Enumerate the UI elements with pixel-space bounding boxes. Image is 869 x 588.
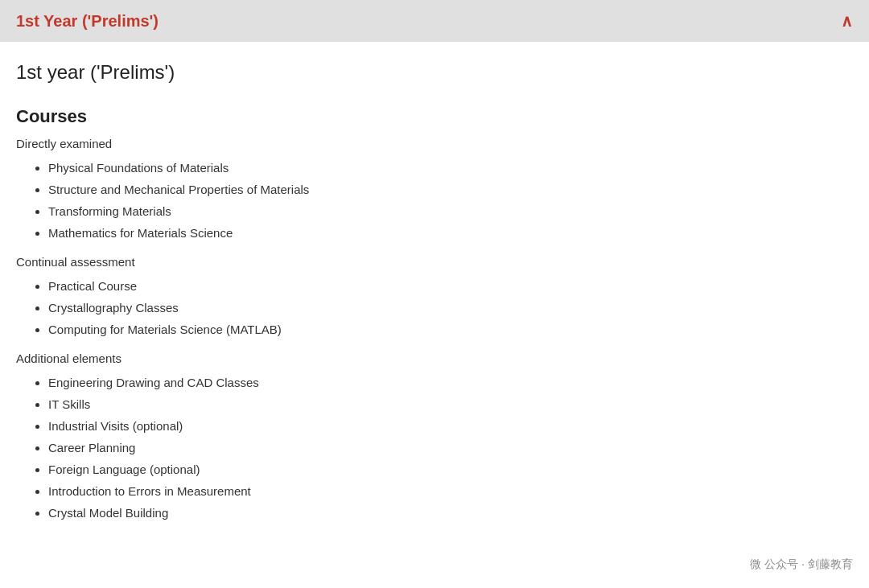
- continual-assessment-list: Practical Course Crystallography Classes…: [16, 275, 853, 340]
- list-item: Engineering Drawing and CAD Classes: [48, 372, 853, 393]
- list-item: Transforming Materials: [48, 200, 853, 222]
- year-title: 1st year ('Prelims'): [16, 61, 853, 84]
- additional-elements-list: Engineering Drawing and CAD Classes IT S…: [16, 372, 853, 524]
- list-item: Career Planning: [48, 437, 853, 458]
- list-item: Practical Course: [48, 275, 853, 297]
- list-item: Foreign Language (optional): [48, 458, 853, 480]
- watermark: 微 公众号 · 剑藤教育: [750, 557, 853, 572]
- list-item: IT Skills: [48, 393, 853, 415]
- list-item: Introduction to Errors in Measurement: [48, 480, 853, 502]
- list-item: Industrial Visits (optional): [48, 415, 853, 437]
- accordion-header-title: 1st Year ('Prelims'): [16, 12, 159, 31]
- list-item: Physical Foundations of Materials: [48, 157, 853, 179]
- directly-examined-label: Directly examined: [16, 137, 853, 150]
- list-item: Computing for Materials Science (MATLAB): [48, 319, 853, 340]
- accordion-header[interactable]: 1st Year ('Prelims') ∧: [0, 0, 869, 42]
- content-area: 1st year ('Prelims') Courses Directly ex…: [0, 42, 869, 559]
- chevron-up-icon: ∧: [841, 11, 853, 31]
- additional-elements-label: Additional elements: [16, 352, 853, 365]
- list-item: Crystallography Classes: [48, 297, 853, 319]
- list-item: Mathematics for Materials Science: [48, 222, 853, 244]
- list-item: Structure and Mechanical Properties of M…: [48, 179, 853, 200]
- directly-examined-list: Physical Foundations of Materials Struct…: [16, 157, 853, 244]
- courses-heading: Courses: [16, 106, 853, 127]
- list-item: Crystal Model Building: [48, 502, 853, 524]
- continual-assessment-label: Continual assessment: [16, 255, 853, 269]
